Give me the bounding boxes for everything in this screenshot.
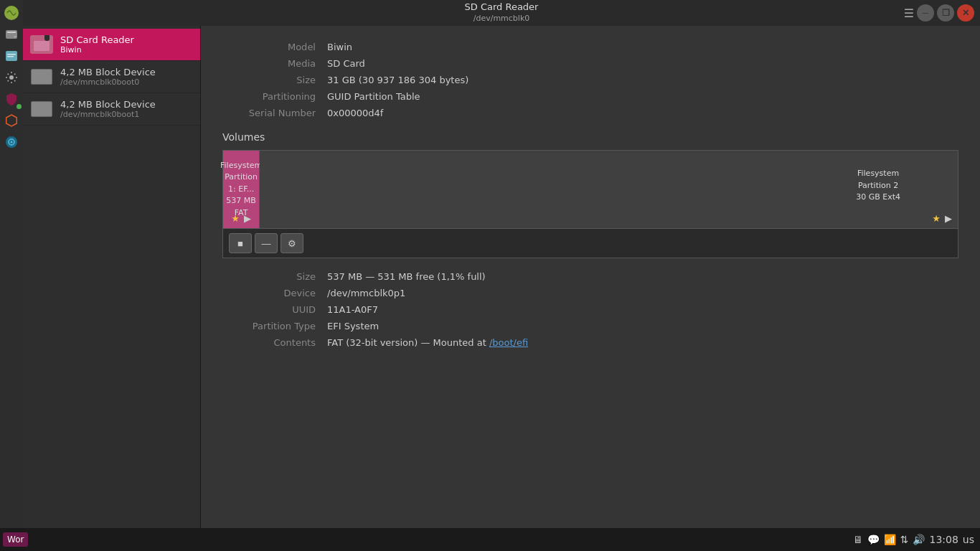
left-taskbar <box>0 0 23 551</box>
partition-2-star[interactable]: ★ <box>932 213 941 224</box>
partition-1-actions: ★ ▶ <box>223 213 259 224</box>
display-icon[interactable]: 🖥 <box>853 534 863 545</box>
hdd-icon-1 <box>30 65 53 88</box>
partition-1-star[interactable]: ★ <box>231 213 240 224</box>
svg-rect-2 <box>7 32 16 33</box>
volumes-title: Volumes <box>222 131 958 143</box>
main-window: SD Card Reader /dev/mmcblk0 ☰ ─ ❐ ✕ SD C… <box>23 0 980 528</box>
taskbar-disks-icon[interactable] <box>1 24 22 44</box>
device-path: /dev/mmcblk0 <box>465 14 539 24</box>
sidebar-item-sd-card-reader[interactable]: SD Card Reader Biwin <box>23 29 200 61</box>
partition-toolbar: ■ — ⚙ <box>222 229 958 258</box>
partition-2-label: Filesystem Partition 2 30 GB Ext4 <box>856 168 900 203</box>
menu-icon[interactable]: ☰ <box>904 6 914 20</box>
restore-button[interactable]: ❐ <box>937 4 954 22</box>
taskbar-logo[interactable] <box>1 3 22 23</box>
boot-efi-link[interactable]: /boot/efi <box>489 337 528 348</box>
sd-card-icon <box>30 33 53 56</box>
app-name: SD Card Reader <box>465 1 539 14</box>
partition-settings-button[interactable]: ⚙ <box>281 233 303 253</box>
hdd-icon-2 <box>30 98 53 121</box>
clock: 13:08 <box>929 534 958 545</box>
taskbar-files-icon[interactable] <box>1 46 22 66</box>
sidebar: SD Card Reader Biwin 4,2 MB Block Device… <box>23 26 201 528</box>
taskbar-bottom-right: 🖥 💬 📶 ⇅ 🔊 13:08 us <box>853 534 980 545</box>
sidebar-item-label-2: 4,2 MB Block Device /dev/mmcblk0boot1 <box>60 99 193 119</box>
network-icon[interactable]: 📶 <box>884 534 896 545</box>
title-bar: SD Card Reader /dev/mmcblk0 ☰ ─ ❐ ✕ <box>23 0 980 26</box>
taskbar-shield-icon[interactable] <box>1 89 22 109</box>
remove-partition-button[interactable]: — <box>255 233 278 253</box>
svg-point-7 <box>9 75 14 80</box>
chat-icon[interactable]: 💬 <box>867 534 880 545</box>
title-bar-controls: ☰ ─ ❐ ✕ <box>904 4 974 22</box>
sidebar-item-block2[interactable]: 4,2 MB Block Device /dev/mmcblk0boot1 <box>23 93 200 126</box>
partition-2-block[interactable]: Filesystem Partition 2 30 GB Ext4 ★ ▶ <box>260 151 958 228</box>
partition-1-arrow[interactable]: ▶ <box>244 213 251 224</box>
locale-label: us <box>963 534 974 545</box>
taskbar-bottom-left: Wor <box>0 532 28 547</box>
add-partition-button[interactable]: ■ <box>229 233 252 253</box>
contents-value: FAT (32-bit version) — Mounted at /boot/… <box>327 336 958 349</box>
volume-icon[interactable]: 🔊 <box>913 534 925 545</box>
partition-2-arrow[interactable]: ▶ <box>945 213 952 224</box>
svg-point-3 <box>14 36 17 38</box>
bottom-taskbar: Wor 🖥 💬 📶 ⇅ 🔊 13:08 us <box>0 528 980 551</box>
device-info-table: Model Biwin Media SD Card Size 31 GB (30… <box>222 40 958 120</box>
svg-rect-6 <box>7 56 14 57</box>
arrows-icon[interactable]: ⇅ <box>900 534 909 545</box>
partition-1-block[interactable]: Filesystem Partition 1: EF... 537 MB FAT… <box>223 151 260 228</box>
taskbar-pigeon-icon[interactable] <box>1 132 22 152</box>
title-bar-text: SD Card Reader /dev/mmcblk0 <box>465 1 539 24</box>
sidebar-item-label-1: 4,2 MB Block Device /dev/mmcblk0boot0 <box>60 67 193 87</box>
taskbar-settings-icon[interactable] <box>1 67 22 88</box>
taskbar-git-icon[interactable] <box>1 110 22 131</box>
svg-point-11 <box>11 141 13 143</box>
minimize-button[interactable]: ─ <box>917 4 934 22</box>
close-button[interactable]: ✕ <box>957 4 974 22</box>
main-panel: Model Biwin Media SD Card Size 31 GB (30… <box>201 26 980 528</box>
partition-details: Size 537 MB — 531 MB free (1,1% full) De… <box>222 270 958 349</box>
sidebar-item-label-0: SD Card Reader Biwin <box>60 34 193 55</box>
partition-info-table: Size 537 MB — 531 MB free (1,1% full) De… <box>222 270 958 349</box>
partition-2-actions: ★ ▶ <box>260 213 958 224</box>
partition-1-label: Filesystem Partition 1: EF... 537 MB FAT <box>220 160 262 220</box>
sidebar-item-block1[interactable]: 4,2 MB Block Device /dev/mmcblk0boot0 <box>23 61 200 93</box>
content-area: SD Card Reader Biwin 4,2 MB Block Device… <box>23 26 980 528</box>
svg-marker-8 <box>6 115 17 126</box>
svg-rect-5 <box>7 54 16 55</box>
wor-button[interactable]: Wor <box>3 532 28 547</box>
partition-diagram: Filesystem Partition 1: EF... 537 MB FAT… <box>222 150 958 229</box>
